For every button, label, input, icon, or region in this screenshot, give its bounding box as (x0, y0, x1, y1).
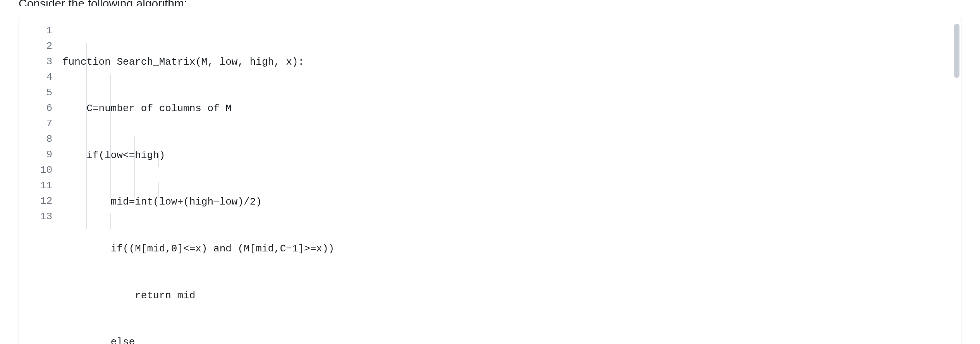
scrollbar-thumb[interactable] (954, 24, 959, 78)
code-block: 1 2 3 4 5 6 7 8 9 10 11 12 13 function S… (19, 18, 961, 344)
page-content: Consider the following algorithm: 1 2 3 … (0, 0, 980, 344)
line-number: 7 (29, 116, 52, 131)
code-lines: function Search_Matrix(M, low, high, x):… (62, 23, 961, 344)
line-number-gutter: 1 2 3 4 5 6 7 8 9 10 11 12 13 (19, 23, 62, 344)
line-number: 1 (29, 23, 52, 38)
line-number: 6 (29, 100, 52, 116)
line-number: 3 (29, 54, 52, 69)
line-number: 9 (29, 147, 52, 162)
line-number: 5 (29, 85, 52, 100)
line-number: 2 (29, 38, 52, 54)
intro-text: Consider the following algorithm: (19, 0, 187, 6)
line-number: 8 (29, 131, 52, 147)
code-line: return mid (62, 288, 953, 303)
code-line: if((M[mid,0]<=x) and (M[mid,C−1]>=x)) (62, 241, 953, 256)
code-line: else (62, 334, 953, 344)
code-area[interactable]: 1 2 3 4 5 6 7 8 9 10 11 12 13 function S… (19, 18, 961, 344)
code-line: if(low<=high) (62, 148, 953, 163)
line-number: 4 (29, 69, 52, 85)
line-number: 12 (29, 193, 52, 209)
scrollbar-track[interactable] (954, 24, 959, 344)
line-number: 13 (29, 209, 52, 224)
code-line: mid=int(low+(high−low)/2) (62, 194, 953, 210)
code-line: function Search_Matrix(M, low, high, x): (62, 54, 953, 70)
code-line: C=number of columns of M (62, 101, 953, 116)
line-number: 10 (29, 162, 52, 178)
line-number: 11 (29, 178, 52, 193)
intro-clipped-wrapper: Consider the following algorithm: (19, 0, 961, 6)
